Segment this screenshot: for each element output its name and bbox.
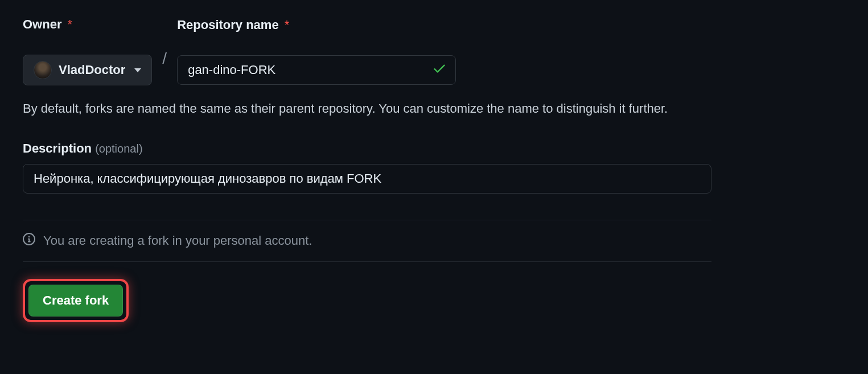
owner-select-button[interactable]: VladDoctor bbox=[23, 55, 152, 85]
owner-name: VladDoctor bbox=[59, 63, 125, 77]
owner-required-mark: * bbox=[68, 17, 73, 31]
check-icon bbox=[432, 61, 447, 79]
divider bbox=[23, 220, 711, 220]
personal-account-info: You are creating a fork in your personal… bbox=[43, 233, 312, 248]
info-icon bbox=[23, 233, 35, 249]
repo-required-mark: * bbox=[285, 18, 290, 32]
repo-name-input[interactable] bbox=[177, 55, 456, 85]
fork-name-helper-text: By default, forks are named the same as … bbox=[23, 99, 837, 118]
slash-separator: / bbox=[162, 50, 167, 68]
caret-down-icon bbox=[134, 68, 141, 72]
owner-label: Owner bbox=[23, 17, 61, 31]
divider bbox=[23, 261, 711, 262]
avatar bbox=[34, 61, 52, 79]
create-fork-highlight: Create fork bbox=[23, 279, 129, 322]
create-fork-button[interactable]: Create fork bbox=[28, 285, 123, 317]
description-input[interactable] bbox=[23, 164, 711, 194]
description-optional: (optional) bbox=[95, 142, 142, 155]
description-label: Description bbox=[23, 141, 92, 155]
repo-name-label: Repository name bbox=[177, 18, 279, 32]
